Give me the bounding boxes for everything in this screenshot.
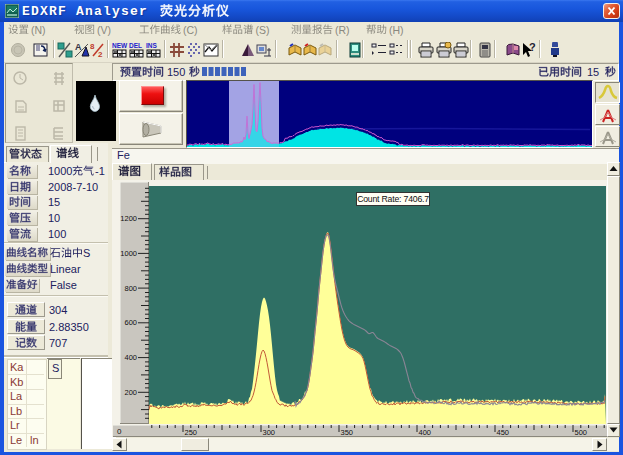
- svg-text:350: 350: [341, 428, 354, 437]
- svg-text:300: 300: [263, 428, 276, 437]
- svg-text:400: 400: [124, 353, 137, 362]
- svg-text:800: 800: [124, 284, 137, 293]
- svg-text:NEW: NEW: [112, 42, 128, 49]
- svg-text:500: 500: [575, 428, 588, 437]
- svg-text:8: 8: [90, 42, 95, 51]
- svg-text:INS: INS: [146, 42, 158, 49]
- svg-text:1200: 1200: [120, 214, 137, 223]
- svg-text:DEL: DEL: [129, 42, 142, 49]
- svg-text:0: 0: [117, 427, 122, 436]
- svg-text:1000: 1000: [120, 249, 137, 258]
- svg-text:600: 600: [124, 318, 137, 327]
- svg-text:450: 450: [497, 428, 510, 437]
- svg-text:?: ?: [529, 42, 536, 53]
- svg-text:2: 2: [98, 50, 103, 58]
- svg-text:250: 250: [185, 428, 198, 437]
- svg-text:200: 200: [124, 388, 137, 397]
- svg-text:400: 400: [419, 428, 432, 437]
